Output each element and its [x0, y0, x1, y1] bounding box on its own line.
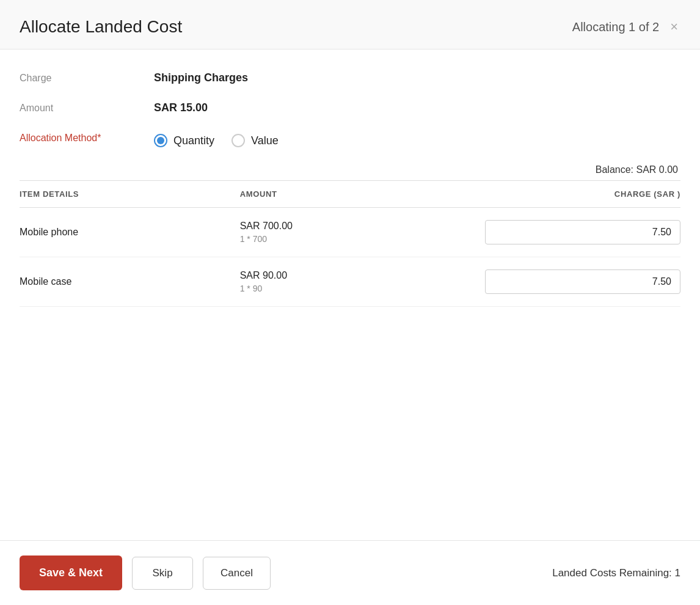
charge-label: Charge: [20, 72, 154, 84]
amount-cell-0: SAR 700.00 1 * 700: [240, 221, 461, 244]
table-header: ITEM DETAILS AMOUNT CHARGE (SAR ): [20, 181, 680, 208]
remaining-label: Landed Costs Remaining: 1: [552, 567, 680, 579]
item-name-1: Mobile case: [20, 276, 240, 287]
save-next-button[interactable]: Save & Next: [20, 556, 122, 590]
col-header-amount: AMOUNT: [240, 189, 461, 199]
col-header-item-details: ITEM DETAILS: [20, 189, 240, 199]
table-row: Mobile case SAR 90.00 1 * 90: [20, 257, 680, 307]
balance-row: Balance: SAR 0.00: [20, 164, 680, 175]
page-title: Allocate Landed Cost: [20, 17, 182, 37]
charge-value: Shipping Charges: [154, 72, 248, 84]
amount-cell-1: SAR 90.00 1 * 90: [240, 270, 461, 293]
radio-quantity-label: Quantity: [173, 134, 214, 147]
amount-sub-1: 1 * 90: [240, 284, 461, 293]
skip-button[interactable]: Skip: [132, 557, 193, 590]
amount-field-row: Amount SAR 15.00: [20, 101, 680, 114]
balance-label: Balance: SAR 0.00: [596, 164, 678, 175]
amount-value: SAR 15.00: [154, 101, 208, 114]
radio-value-label: Value: [251, 134, 279, 147]
charge-input-1[interactable]: [485, 270, 680, 294]
item-name-0: Mobile phone: [20, 227, 240, 238]
amount-label: Amount: [20, 101, 154, 114]
cancel-button[interactable]: Cancel: [203, 557, 271, 590]
table-row: Mobile phone SAR 700.00 1 * 700: [20, 208, 680, 257]
charge-input-0[interactable]: [485, 220, 680, 244]
radio-quantity-circle: [154, 134, 167, 147]
charge-field-row: Charge Shipping Charges: [20, 72, 680, 84]
modal-container: Allocate Landed Cost Allocating 1 of 2 ×…: [0, 0, 700, 605]
allocating-label: Allocating 1 of 2: [572, 20, 659, 34]
radio-group: Quantity Value: [154, 131, 279, 147]
radio-value-circle: [232, 134, 245, 147]
radio-quantity[interactable]: Quantity: [154, 134, 214, 147]
allocation-method-row: Allocation Method* Quantity Value: [20, 131, 680, 147]
modal-footer: Save & Next Skip Cancel Landed Costs Rem…: [0, 540, 700, 605]
charge-cell-0: [460, 220, 680, 244]
modal-body: Charge Shipping Charges Amount SAR 15.00…: [0, 50, 700, 540]
col-header-charge: CHARGE (SAR ): [460, 189, 680, 199]
charge-cell-1: [460, 270, 680, 294]
close-button[interactable]: ×: [668, 20, 680, 34]
items-table: ITEM DETAILS AMOUNT CHARGE (SAR ) Mobile…: [20, 180, 680, 526]
amount-main-1: SAR 90.00: [240, 270, 461, 281]
modal-header: Allocate Landed Cost Allocating 1 of 2 ×: [0, 0, 700, 50]
allocation-method-label: Allocation Method*: [20, 131, 154, 145]
radio-value[interactable]: Value: [232, 134, 279, 147]
amount-main-0: SAR 700.00: [240, 221, 461, 232]
amount-sub-0: 1 * 700: [240, 234, 461, 244]
header-right: Allocating 1 of 2 ×: [572, 20, 680, 34]
